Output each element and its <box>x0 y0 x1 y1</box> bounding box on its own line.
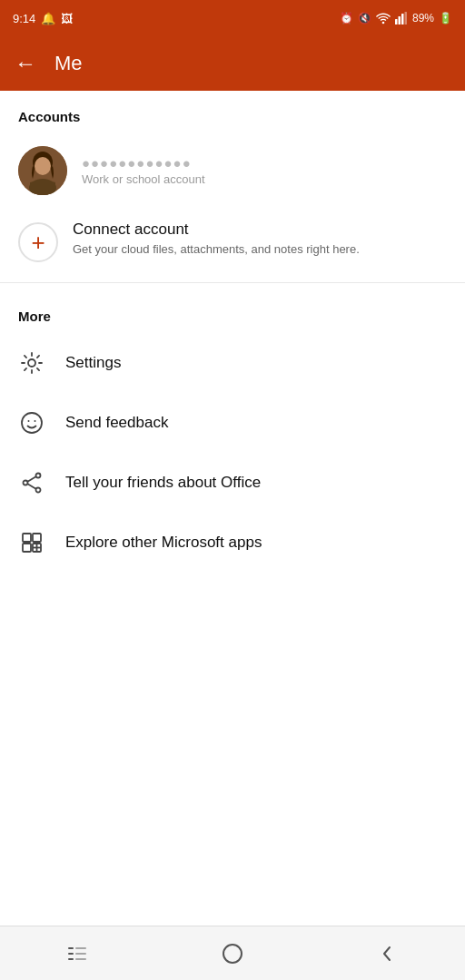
svg-point-11 <box>28 420 30 422</box>
status-right: ⏰ 🔇 89% 🔋 <box>340 12 452 24</box>
svg-point-0 <box>382 22 385 24</box>
add-account-button[interactable]: + <box>18 222 58 262</box>
mute-icon: 🔇 <box>358 12 371 24</box>
section-divider <box>0 282 465 283</box>
wifi-icon <box>376 12 391 24</box>
user-account-item[interactable]: ●●●●●●●●●●●● Work or school account <box>0 133 465 208</box>
share-label: Tell your friends about Office <box>65 474 261 492</box>
account-info: ●●●●●●●●●●●● Work or school account <box>82 155 205 186</box>
svg-rect-4 <box>404 12 407 24</box>
share-icon <box>18 469 45 496</box>
svg-point-10 <box>22 413 42 433</box>
avatar <box>18 146 67 195</box>
accounts-section-label: Accounts <box>0 91 465 133</box>
feedback-label: Send feedback <box>65 414 168 432</box>
connect-account-text: Connect account Get your cloud files, at… <box>73 220 360 258</box>
settings-label: Settings <box>65 354 121 372</box>
app-header: ← Me <box>0 36 465 91</box>
svg-point-13 <box>36 474 41 478</box>
notification-icon: 🔔 <box>41 12 55 25</box>
connect-account-desc: Get your cloud files, attachments, and n… <box>73 241 360 258</box>
time: 9:14 <box>13 12 35 25</box>
nav-recent-button[interactable] <box>50 936 104 972</box>
nav-back-button[interactable] <box>361 936 415 972</box>
account-type: Work or school account <box>82 172 205 186</box>
bottom-navigation <box>0 926 465 980</box>
plus-icon: + <box>31 230 45 254</box>
battery-icon: 🔋 <box>439 12 452 24</box>
battery-text: 89% <box>412 12 434 24</box>
signal-icon <box>395 12 408 24</box>
explore-label: Explore other Microsoft apps <box>65 534 262 552</box>
feedback-menu-item[interactable]: Send feedback <box>0 393 465 453</box>
svg-rect-30 <box>223 945 242 963</box>
svg-rect-20 <box>23 544 31 552</box>
svg-point-15 <box>24 481 28 485</box>
nav-home-button[interactable] <box>205 936 260 972</box>
status-bar: 9:14 🔔 🖼 ⏰ 🔇 89% 🔋 <box>0 0 465 36</box>
back-button[interactable]: ← <box>15 51 36 76</box>
svg-point-7 <box>35 157 51 175</box>
gear-icon <box>18 349 45 377</box>
svg-point-14 <box>36 488 41 493</box>
svg-rect-19 <box>33 534 41 542</box>
explore-menu-item[interactable]: Explore other Microsoft apps <box>0 513 465 573</box>
svg-rect-1 <box>395 19 398 24</box>
svg-rect-3 <box>401 14 404 24</box>
more-section-label: More <box>0 290 465 333</box>
page-title: Me <box>54 52 83 75</box>
svg-point-12 <box>35 420 36 422</box>
connect-account-title: Connect account <box>73 220 360 239</box>
svg-rect-18 <box>23 534 31 542</box>
svg-point-9 <box>28 359 35 367</box>
status-left: 9:14 🔔 🖼 <box>13 12 73 25</box>
svg-line-16 <box>27 476 35 481</box>
account-email: ●●●●●●●●●●●● <box>82 155 205 171</box>
svg-line-17 <box>27 484 35 488</box>
alarm-icon: ⏰ <box>340 12 353 24</box>
apps-icon <box>18 529 45 556</box>
svg-rect-2 <box>398 16 401 24</box>
main-content: Accounts ●●●●●●●●●●●● Work or school acc… <box>0 91 465 573</box>
connect-account-item[interactable]: + Connect account Get your cloud files, … <box>0 208 465 275</box>
smiley-icon <box>18 409 45 436</box>
share-menu-item[interactable]: Tell your friends about Office <box>0 453 465 513</box>
image-icon: 🖼 <box>61 12 73 25</box>
settings-menu-item[interactable]: Settings <box>0 333 465 393</box>
